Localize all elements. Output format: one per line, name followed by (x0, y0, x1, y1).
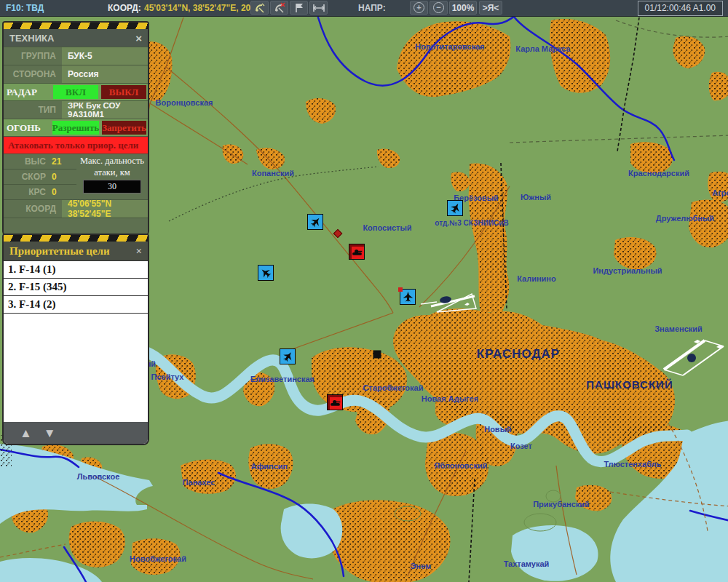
map-town-label: Псейтух (151, 372, 184, 381)
map-town-label: Афипсип (251, 462, 288, 471)
panel-title: Приоритетные цели (9, 245, 110, 258)
map-town-label: Агроном (712, 188, 728, 197)
center-on-player-button[interactable]: >Я< (479, 1, 502, 15)
fire-deny-button[interactable]: Запретить (102, 121, 146, 135)
radar-label: РАДАР (4, 84, 52, 100)
map-town-label: Дружелюбный (656, 214, 714, 223)
map-town-label: отд.№3 СКЗНИИСиВ (435, 219, 508, 227)
group-label: ГРУППА (4, 47, 62, 65)
map-town-label: Тахтамукай (504, 559, 550, 568)
zoom-level-button[interactable]: 100% (449, 1, 477, 15)
minus-circle-icon: − (433, 2, 444, 13)
cursor-coord-label: КООРД: (108, 3, 141, 13)
map-town-label: Энем (411, 562, 432, 570)
map-town-label: Воронцовская (156, 98, 213, 107)
air-unit-icon[interactable] (280, 348, 296, 364)
ground-unit-icon[interactable] (349, 244, 365, 260)
radar-dish-icon (254, 2, 266, 13)
map-town-label: Южный (521, 193, 551, 202)
map-marker[interactable] (373, 351, 381, 359)
air-unit-icon[interactable] (447, 200, 463, 216)
alert-tick-icon (398, 287, 403, 292)
radar-dish-off-icon (274, 2, 285, 13)
scroll-up-button[interactable]: ▲ (20, 427, 32, 439)
radar-off-button[interactable]: ВЫКЛ (101, 85, 146, 99)
altitude-label: ВЫС (4, 154, 52, 169)
priority-targets-panel: Приоритетные цели × 1. F-14 (1)2. F-15 (… (2, 234, 149, 445)
map-town-label: Панахес (183, 478, 215, 487)
map-town-label: КРАСНОДАР (477, 347, 560, 362)
scroll-down-button[interactable]: ▼ (44, 427, 56, 439)
map-town-label: Новотитаровская (415, 42, 484, 51)
hazard-stripe (4, 235, 148, 242)
map-town-label: Козет (510, 442, 532, 450)
close-icon[interactable]: × (135, 246, 142, 257)
mission-clock: 01/12:00:46 A1.00 (638, 1, 723, 16)
fighter-jet-icon (257, 264, 274, 282)
map-town-label: Краснодарский (628, 169, 689, 178)
top-bar: F10: ТВД КООРД: 45'03'14"N, 38'52'47"E, … (0, 0, 728, 17)
map-town-label: Старобжегокай (363, 383, 424, 392)
course-label: КРС (4, 185, 52, 199)
map-town-label: Новобжегокай (130, 554, 186, 563)
map-town-label: Новый (484, 425, 512, 434)
map-town-label: Индустриальный (593, 266, 662, 275)
ground-unit-icon[interactable] (327, 394, 343, 410)
max-range-label: Макс. дальность атаки, км (76, 156, 148, 178)
map-town-label: Знаменский (654, 324, 703, 333)
close-icon[interactable]: × (135, 33, 142, 44)
unit-coord-label: КООРД (4, 200, 62, 218)
speed-value: 0 (52, 170, 57, 184)
type-value: ЗРК Бук СОУ 9А310М1 (62, 101, 148, 119)
speed-label: СКОР (4, 170, 52, 184)
map-town-label: Копанский (252, 169, 294, 178)
priority-target-item[interactable]: 3. F-14 (2) (4, 296, 148, 314)
dcs-f10-map-screen: НовотитаровскаяКарла МарксаВоронцовскаяК… (0, 0, 728, 582)
cursor-coord-value: 45'03'14"N, 38'52'47"E, 20 (144, 3, 250, 13)
attack-priority-only-button[interactable]: Атаковать только приор. цели (4, 136, 148, 154)
map-town-label: Яблоновский (435, 461, 488, 470)
zoom-out-button[interactable]: − (430, 1, 448, 15)
flag-icon (294, 2, 304, 13)
tank-icon (329, 396, 341, 409)
map-town-label: Карла Маркса (515, 44, 570, 53)
priority-target-item[interactable]: 2. F-15 (345) (4, 279, 148, 296)
radar-coverage-off-button[interactable] (270, 1, 288, 15)
priority-target-item[interactable]: 1. F-14 (1) (4, 260, 148, 279)
map-town-label: Калинино (517, 274, 556, 283)
map-flags-button[interactable] (290, 1, 308, 15)
map-town-label: Львовское (77, 472, 120, 481)
view-mode-label: F10: ТВД (6, 3, 44, 13)
map-town-label: ПАШКОВСКИЙ (586, 378, 673, 391)
radar-coverage-button[interactable] (250, 1, 269, 15)
altitude-value: 21 (52, 154, 61, 169)
air-unit-icon[interactable] (258, 265, 274, 281)
air-unit-icon[interactable] (307, 214, 323, 230)
map-town-label: Копосистый (363, 223, 411, 232)
group-value: БУК-5 (62, 47, 148, 65)
zoom-in-button[interactable]: + (410, 1, 428, 15)
course-value: 0 (52, 185, 57, 199)
fighter-jet-icon (279, 348, 296, 365)
radar-on-button[interactable]: ВКЛ (53, 85, 98, 99)
targets-footer: ▲ ▼ (4, 422, 148, 444)
tank-icon (351, 246, 363, 258)
priority-target-list: 1. F-14 (1)2. F-15 (345)3. F-14 (2) (4, 260, 148, 422)
fighter-jet-icon (402, 291, 414, 303)
map-town-label: Тлюстенхабль (604, 460, 661, 469)
side-value: Россия (62, 65, 148, 83)
unit-control-panel: ТЕХНИКА × ГРУППА БУК-5 СТОРОНА Россия РА… (2, 21, 149, 237)
type-label: ТИП (4, 101, 62, 119)
side-label: СТОРОНА (4, 65, 62, 83)
plus-circle-icon: + (414, 2, 424, 13)
fire-allow-button[interactable]: Разрешить (52, 121, 99, 135)
hazard-stripe (4, 23, 148, 29)
measure-distance-button[interactable] (309, 1, 328, 15)
fighter-jet-icon (306, 213, 324, 231)
max-attack-range-input[interactable]: 30 (83, 180, 141, 194)
fighter-jet-icon (446, 199, 463, 216)
ruler-icon (312, 3, 325, 13)
air-unit-icon[interactable] (400, 289, 416, 305)
fire-label: ОГОНЬ (4, 119, 51, 136)
unit-coord-value: 45'06'55"N 38'52'45"E (62, 200, 148, 218)
